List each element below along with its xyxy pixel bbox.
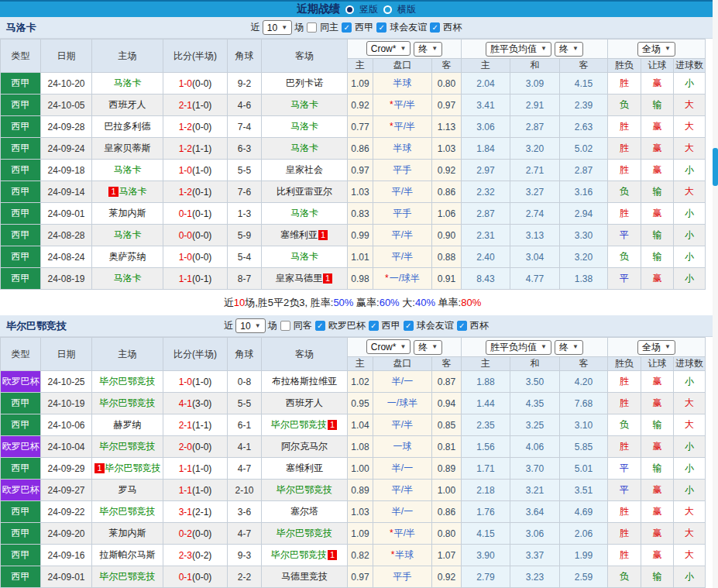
team-name: 莱加内斯 bbox=[109, 208, 146, 218]
changed-odds-star: * bbox=[390, 528, 393, 538]
score-cell: 1-1(1-0) bbox=[163, 480, 228, 501]
away-team-cell: 毕尔巴鄂竞技 bbox=[262, 523, 348, 545]
corners-cell: 9-2 bbox=[228, 73, 262, 95]
column-header: 角球 bbox=[228, 40, 262, 73]
full-score: 1-0 bbox=[179, 252, 192, 263]
scope-select[interactable]: 全场▼ bbox=[637, 340, 675, 355]
scrollbar-thumb[interactable] bbox=[713, 148, 718, 186]
handicap-line: 平/半 bbox=[392, 251, 413, 262]
header-row-groups: 类型日期主场比分(半场)角球客场Crow*▼终▼胜平负均值▼终▼全场▼ bbox=[1, 338, 706, 357]
asia-away-odds: 1.13 bbox=[432, 116, 462, 138]
team-name: 罗马 bbox=[119, 484, 137, 495]
result-wdl-cell: 负 bbox=[608, 414, 641, 436]
euro-company-select[interactable]: 胜平负均值▼ bbox=[486, 42, 551, 57]
summary-segment: 场,胜5平2负3, bbox=[245, 297, 311, 308]
asia-handicap-cell: 半球 bbox=[373, 73, 432, 95]
result-goals-cell: 大 bbox=[674, 414, 706, 436]
score-cell: 2-1(1-1) bbox=[163, 414, 228, 436]
asia-final-select[interactable]: 终▼ bbox=[414, 340, 442, 355]
league-checkbox-3[interactable]: ✓ bbox=[457, 321, 467, 331]
euro-draw-odds: 2.74 bbox=[510, 203, 560, 225]
asia-handicap-cell: 平/半 bbox=[373, 246, 432, 268]
scope-select[interactable]: 全场▼ bbox=[637, 42, 675, 57]
result-goals-cell: 大 bbox=[674, 181, 706, 203]
changed-odds-star: * bbox=[385, 273, 389, 284]
team-name: 毕尔巴鄂竞技 bbox=[100, 506, 156, 517]
euro-final-select[interactable]: 终▼ bbox=[555, 340, 583, 355]
half-score: (0-0) bbox=[192, 122, 211, 132]
asia-away-odds: 0.86 bbox=[432, 501, 462, 523]
summary-segment: 40% bbox=[415, 297, 435, 308]
away-team-cell: 毕尔巴鄂竞技 bbox=[262, 480, 348, 501]
result-wdl-cell: 平 bbox=[608, 225, 641, 246]
asia-company-select[interactable]: Crow*▼ bbox=[366, 41, 411, 56]
radio-horizontal[interactable] bbox=[383, 5, 392, 14]
match-type-cell: 西甲 bbox=[1, 458, 41, 480]
euro-home-odds: 3.06 bbox=[462, 116, 510, 138]
radio-vertical[interactable] bbox=[345, 5, 354, 14]
score-cell: 2-3(0-2) bbox=[163, 545, 228, 566]
euro-draw-odds: 3.70 bbox=[510, 458, 560, 480]
sub-column-header: 客 bbox=[560, 357, 608, 371]
result-handicap-cell: 赢 bbox=[641, 371, 674, 393]
score-cell: 0-2(0-0) bbox=[163, 523, 228, 545]
euro-company-select[interactable]: 胜平负均值▼ bbox=[486, 340, 551, 355]
euro-draw-odds: 3.09 bbox=[510, 73, 560, 95]
same-venue-checkbox[interactable] bbox=[280, 321, 290, 331]
match-type-cell: 西甲 bbox=[1, 225, 41, 246]
table-row: 西甲24-09-18马洛卡1-0(1-0)5-5皇家社会0.97平手0.922.… bbox=[1, 160, 706, 181]
column-header: 日期 bbox=[41, 40, 92, 73]
half-score: (1-1) bbox=[192, 143, 211, 154]
result-goals-cell: 大 bbox=[674, 393, 706, 414]
scrollbar-track[interactable] bbox=[713, 0, 718, 588]
changed-odds-star: * bbox=[390, 99, 393, 110]
team-name: 毕尔巴鄂竞技 bbox=[105, 462, 161, 473]
half-score: (1-0) bbox=[192, 377, 211, 387]
away-team-cell: 马洛卡 bbox=[262, 246, 348, 268]
match-count-select[interactable]: 10▼ bbox=[263, 20, 292, 35]
away-team-cell: 塞维利亚 bbox=[262, 458, 348, 480]
league-checkbox-1[interactable]: ✓ bbox=[376, 22, 386, 33]
match-count-select[interactable]: 10▼ bbox=[235, 318, 265, 333]
sub-column-header: 客 bbox=[560, 59, 608, 73]
chevron-down-icon: ▼ bbox=[281, 25, 287, 31]
league-checkbox-0[interactable]: ✓ bbox=[315, 321, 325, 331]
league-checkbox-2[interactable]: ✓ bbox=[404, 321, 414, 331]
asia-company-select[interactable]: Crow*▼ bbox=[366, 339, 411, 354]
euro-away-odds: 4.15 bbox=[560, 73, 608, 95]
asia-away-odds: 1.03 bbox=[432, 138, 462, 160]
euro-final-select[interactable]: 终▼ bbox=[555, 42, 583, 57]
team-name: 塞维利亚 bbox=[286, 462, 323, 473]
asia-final-select[interactable]: 终▼ bbox=[414, 42, 442, 57]
team-name: 马洛卡 bbox=[114, 229, 142, 240]
team-name: 塞维利亚 bbox=[280, 229, 318, 240]
home-team-cell: 拉斯帕尔马斯 bbox=[92, 545, 163, 566]
full-score: 1-2 bbox=[179, 122, 192, 132]
half-score: (1-0) bbox=[192, 463, 211, 474]
score-cell: 0-0(0-0) bbox=[163, 225, 228, 246]
table-row: 欧罗巴杯24-10-04毕尔巴鄂竞技2-0(0-0)4-1阿尔克马尔1.08一球… bbox=[1, 436, 706, 458]
team-name: 马洛卡 bbox=[290, 251, 318, 262]
summary-segment: 单率: bbox=[435, 297, 461, 308]
away-team-cell: 毕尔巴鄂竞技1 bbox=[262, 414, 348, 436]
table-row: 西甲24-09-01莱加内斯0-1(0-1)1-3马洛卡0.83平手1.062.… bbox=[1, 203, 706, 225]
same-venue-checkbox[interactable] bbox=[307, 22, 317, 33]
league-checkbox-0[interactable]: ✓ bbox=[342, 22, 352, 33]
home-team-cell: 毕尔巴鄂竞技 bbox=[92, 566, 163, 588]
league-checkbox-2[interactable]: ✓ bbox=[430, 22, 440, 33]
asia-handicap-cell: *平/半 bbox=[373, 95, 432, 116]
sub-column-header: 盘口 bbox=[373, 357, 432, 371]
score-cell: 3-1(2-1) bbox=[163, 501, 228, 523]
score-cell: 1-1(1-0) bbox=[163, 458, 228, 480]
asia-away-odds: 1.00 bbox=[432, 480, 462, 501]
result-handicap-cell: 赢 bbox=[641, 268, 674, 290]
euro-home-odds: 1.44 bbox=[462, 393, 510, 414]
asia-away-odds: 0.91 bbox=[432, 268, 462, 290]
league-checkbox-1[interactable]: ✓ bbox=[369, 321, 379, 331]
handicap-line: 平/半 bbox=[392, 229, 413, 240]
asia-away-odds: 0.80 bbox=[432, 523, 462, 545]
result-handicap-cell: 赢 bbox=[641, 480, 674, 501]
asia-home-odds: 0.98 bbox=[348, 268, 373, 290]
euro-away-odds: 4.20 bbox=[560, 371, 608, 393]
chevron-down-icon: ▼ bbox=[431, 344, 438, 350]
